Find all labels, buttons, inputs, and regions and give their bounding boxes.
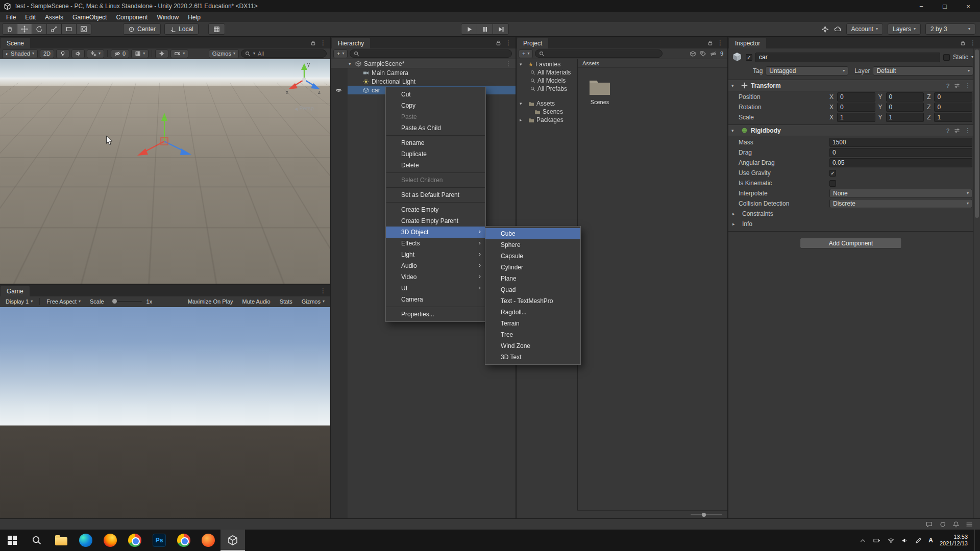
battery-icon[interactable]: [873, 537, 880, 544]
grid-snapping-button[interactable]: [208, 23, 225, 35]
menu-item-camera[interactable]: Camera: [386, 294, 485, 305]
constraints-foldout[interactable]: ▸ Constraints: [728, 209, 973, 219]
menu-item-rename[interactable]: Rename: [386, 137, 485, 148]
submenu-item-cube[interactable]: Cube: [485, 228, 580, 239]
rotation-z-field[interactable]: 0: [934, 103, 972, 112]
foldout-open-icon[interactable]: ▾: [520, 101, 526, 106]
aspect-dropdown[interactable]: Free Aspect▾: [43, 298, 84, 305]
panel-menu-icon[interactable]: ⋮: [505, 39, 511, 46]
hierarchy-search-input[interactable]: [350, 49, 512, 58]
submenu-item-quad[interactable]: Quad: [485, 284, 580, 295]
minimize-button[interactable]: −: [910, 0, 933, 12]
stats-toggle[interactable]: Stats: [276, 298, 296, 305]
menu-item-set-as-default-parent[interactable]: Set as Default Parent: [386, 189, 485, 201]
menu-item-paste-as-child[interactable]: Paste As Child: [386, 122, 485, 134]
display-dropdown[interactable]: Display 1▾: [2, 298, 36, 305]
play-button[interactable]: [461, 23, 477, 35]
tab-game[interactable]: Game: [1, 286, 30, 296]
layers-dropdown[interactable]: Layers▾: [888, 23, 921, 35]
angular-drag-field[interactable]: 0.05: [829, 158, 972, 167]
pivot-rotation-button[interactable]: Local: [164, 23, 199, 35]
tag-dropdown[interactable]: Untagged▾: [766, 66, 848, 76]
menu-item-effects[interactable]: Effects›: [386, 238, 485, 249]
help-icon[interactable]: ?: [946, 83, 949, 89]
menu-item-create-empty[interactable]: Create Empty: [386, 204, 485, 215]
gizmo-y-label[interactable]: y: [307, 62, 310, 67]
close-button[interactable]: ×: [957, 0, 980, 12]
add-component-button[interactable]: Add Component: [800, 238, 902, 248]
hand-tool-button[interactable]: [2, 23, 17, 35]
taskbar-app-orange[interactable]: [196, 530, 220, 551]
position-x-field[interactable]: 0: [837, 92, 875, 102]
drag-field[interactable]: 0: [829, 148, 972, 157]
menu-component[interactable]: Component: [111, 12, 152, 22]
scenes-folder-row[interactable]: Scenes: [517, 108, 577, 116]
menu-assets[interactable]: Assets: [40, 12, 68, 22]
project-content[interactable]: Assets Scenes: [577, 59, 727, 510]
gizmos-dropdown[interactable]: Gizmos▾: [209, 49, 239, 58]
menu-item-copy[interactable]: Copy: [386, 100, 485, 111]
effects-dropdown[interactable]: ▾: [87, 49, 104, 58]
visibility-eye-icon[interactable]: [335, 87, 342, 93]
tab-hierarchy[interactable]: Hierarchy: [332, 38, 370, 48]
inspector-scrollbar[interactable]: [973, 48, 980, 518]
lock-icon[interactable]: [496, 40, 501, 46]
panel-menu-icon[interactable]: ⋮: [320, 39, 326, 46]
submenu-item-3d-text[interactable]: 3D Text: [485, 352, 580, 363]
submenu-item-text-textmeshpro[interactable]: Text - TextMeshPro: [485, 295, 580, 307]
shading-mode-dropdown[interactable]: ◐Shaded▾: [2, 49, 38, 58]
icon-size-slider[interactable]: [691, 514, 722, 515]
layer-dropdown[interactable]: Default▾: [873, 66, 973, 76]
scene-search-input[interactable]: ▾All: [241, 49, 327, 58]
menu-help[interactable]: Help: [183, 12, 205, 22]
camera-settings-dropdown[interactable]: ▾: [170, 49, 188, 58]
submenu-item-cylinder[interactable]: Cylinder: [485, 262, 580, 273]
favorite-all-models[interactable]: All Models: [517, 77, 577, 85]
rotation-y-field[interactable]: 0: [886, 103, 924, 112]
pause-button[interactable]: [477, 23, 493, 35]
taskbar-photoshop[interactable]: Ps: [147, 530, 172, 551]
slider-handle[interactable]: [112, 299, 117, 304]
perspective-toggle[interactable]: ◀ Persp: [284, 105, 325, 111]
project-search-input[interactable]: [535, 49, 663, 58]
layout-dropdown[interactable]: 2 by 3▾: [925, 23, 975, 35]
tab-scene[interactable]: Scene: [1, 38, 30, 48]
use-gravity-checkbox[interactable]: ✓: [829, 170, 836, 177]
info-foldout[interactable]: ▸ Info: [728, 219, 973, 229]
submenu-item-sphere[interactable]: Sphere: [485, 239, 580, 251]
scene-orientation-gizmo[interactable]: x y z: [284, 59, 325, 100]
rigidbody-header[interactable]: ▾ Rigidbody ?⋮: [728, 124, 973, 136]
volume-icon[interactable]: [901, 537, 909, 544]
favorites-foldout[interactable]: ▾★Favorites: [517, 60, 577, 68]
scale-x-field[interactable]: 1: [837, 113, 875, 122]
scene-visibility-toggle[interactable]: 0: [111, 49, 129, 58]
game-gizmos-dropdown[interactable]: Gizmos▾: [298, 298, 328, 305]
pen-icon[interactable]: [915, 537, 922, 544]
grid-visibility-dropdown[interactable]: ▾: [131, 49, 149, 58]
submenu-item-capsule[interactable]: Capsule: [485, 251, 580, 262]
maximize-button[interactable]: □: [933, 0, 957, 12]
show-desktop-divider[interactable]: [974, 530, 975, 551]
submenu-item-tree[interactable]: Tree: [485, 329, 580, 340]
rotation-x-field[interactable]: 0: [837, 103, 875, 112]
menu-file[interactable]: File: [2, 12, 20, 22]
foldout-open-icon[interactable]: ▾: [731, 83, 738, 88]
menu-item-3d-object[interactable]: 3D Object›: [386, 227, 485, 238]
foldout-open-icon[interactable]: ▾: [520, 62, 526, 67]
account-dropdown[interactable]: Account▾: [846, 23, 883, 35]
transform-header[interactable]: ▾ Transform ?⋮: [728, 80, 973, 91]
rotate-tool-button[interactable]: [32, 23, 47, 35]
step-button[interactable]: [493, 23, 509, 35]
tray-expand-icon[interactable]: [860, 537, 866, 544]
scale-tool-button[interactable]: [46, 23, 62, 35]
scrollbar-thumb[interactable]: [975, 49, 979, 218]
favorite-all-prefabs[interactable]: All Prefabs: [517, 85, 577, 93]
scene-options-icon[interactable]: ⋮: [505, 60, 511, 67]
menu-window[interactable]: Window: [152, 12, 183, 22]
menu-edit[interactable]: Edit: [20, 12, 40, 22]
is-kinematic-checkbox[interactable]: [829, 180, 836, 187]
lighting-toggle[interactable]: [56, 49, 69, 58]
menu-item-delete[interactable]: Delete: [386, 160, 485, 171]
taskbar-chrome[interactable]: [122, 530, 147, 551]
pivot-mode-button[interactable]: Center: [123, 23, 161, 35]
